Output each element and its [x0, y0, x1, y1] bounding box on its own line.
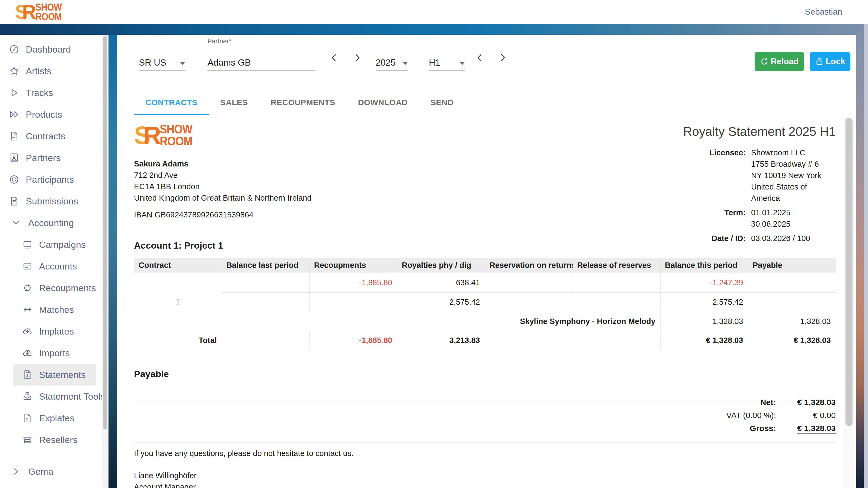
payable-cell: 1,328.03: [748, 312, 836, 331]
sidebar-item-products[interactable]: Products: [0, 104, 108, 125]
table-cell: [222, 331, 310, 350]
sidebar-item-dashboard[interactable]: Dashboard: [0, 38, 108, 60]
svg-text:x: x: [26, 417, 28, 421]
sidebar-section-label: Gema: [28, 466, 54, 477]
sidebar-item-statements[interactable]: $ Statements: [13, 364, 96, 386]
showroom-logo[interactable]: SR SHOWROOM: [15, 2, 66, 22]
tab-contracts[interactable]: CONTRACTS: [134, 90, 209, 115]
sr-logo-icon: SR: [134, 123, 158, 148]
recipient-street: 712 2nd Ave: [134, 169, 311, 181]
balance-this-period-cell: -1,247.39: [660, 273, 748, 293]
sidebar-item-artists[interactable]: Artists: [0, 60, 108, 82]
royalties-cell: 638.41: [397, 273, 485, 293]
background-gap-left: [108, 35, 117, 488]
sidebar-item-resellers[interactable]: Resellers: [0, 429, 108, 451]
chevron-down-icon: [403, 62, 408, 65]
sidebar-item-campaigns[interactable]: Campaigns: [0, 234, 108, 255]
app-window: SR SHOWROOM Sebastian Dashboard Artists …: [0, 0, 868, 488]
sidebar-item-label: Contracts: [26, 131, 65, 141]
catalog-select-value: SR US: [139, 58, 166, 68]
recipient-iban: IBAN GB69243789926631539864: [134, 209, 311, 220]
play-icon: [9, 88, 19, 98]
lock-icon: [815, 57, 824, 66]
licensee-label: Licensee:: [708, 147, 751, 204]
sidebar-item-statement-tools[interactable]: $ Statement Tools: [0, 386, 108, 407]
reload-button-label: Reload: [771, 57, 799, 66]
column-header: Reservation on returns: [485, 258, 572, 273]
sidebar-scrollbar: [102, 35, 108, 488]
sidebar-item-recoupments[interactable]: Recoupments: [0, 277, 108, 299]
year-select[interactable]: 2025: [376, 44, 408, 71]
sidebar-section-accounting[interactable]: Accounting: [0, 212, 108, 234]
payable-summary: Net: € 1,328.03 VAT (0.00 %): € 0.00 Gro…: [726, 396, 836, 435]
lock-button[interactable]: Lock: [810, 52, 850, 71]
total-recoupments-cell: -1,885.80: [310, 331, 397, 350]
logo-text: SHOWROOM: [160, 123, 192, 147]
previous-period-button[interactable]: [474, 52, 485, 64]
tab-sales[interactable]: SALES: [209, 90, 259, 115]
sidebar-item-submissions[interactable]: Submissions: [0, 190, 108, 212]
previous-partner-button[interactable]: [329, 52, 340, 64]
table-cell: [310, 293, 397, 312]
sidebar-scrollbar-thumb[interactable]: [103, 36, 107, 429]
sidebar-item-label: Submissions: [26, 196, 78, 206]
sidebar-item-partners[interactable]: Partners: [0, 147, 108, 169]
table-cell: [748, 273, 836, 293]
sidebar-item-participants[interactable]: Participants: [0, 169, 108, 190]
star-icon: [9, 66, 19, 76]
sidebar-item-matches[interactable]: Matches: [0, 299, 108, 321]
double-arrow-icon: [22, 304, 33, 315]
table-total-row: Total -1,885.80 3,213.83 € 1,328.03 € 1,…: [134, 331, 836, 350]
repeat-icon: [22, 283, 33, 293]
tab-divider: [117, 115, 856, 115]
invoice-icon: $: [22, 369, 33, 380]
recoupments-cell: -1,885.80: [310, 273, 397, 293]
svg-text:$: $: [26, 392, 29, 396]
table-header-row: Contract Balance last period Recoupments…: [134, 258, 836, 273]
tab-recoupments[interactable]: RECOUPMENTS: [259, 90, 347, 115]
table-row: 1 -1,885.80 638.41 -1,247.39: [134, 273, 836, 293]
recipient-name: Sakura Adams: [134, 158, 311, 169]
sidebar-item-label: Implates: [39, 326, 74, 337]
sidebar-item-label: Products: [26, 109, 62, 120]
partner-field[interactable]: Partner* Adams GB: [208, 37, 315, 71]
licensee-value: Showroom LLC 1755 Broadway # 6 NY 10019 …: [751, 147, 836, 204]
tab-send[interactable]: SEND: [419, 90, 465, 115]
content-scrollbar-thumb[interactable]: [845, 118, 852, 426]
catalog-select[interactable]: SR US: [139, 44, 186, 71]
date-id-value: 03.03.2026 / 100: [751, 233, 836, 244]
gross-value: € 1,328.03: [784, 422, 836, 435]
vat-label: VAT (0.00 %):: [726, 409, 784, 422]
next-partner-button[interactable]: [352, 52, 363, 64]
sidebar-item-label: Imports: [39, 348, 70, 358]
user-menu[interactable]: Sebastian: [805, 7, 842, 17]
sidebar-section-gema[interactable]: Gema: [0, 461, 108, 482]
tab-bar: CONTRACTS SALES RECOUPMENTS DOWNLOAD SEN…: [134, 90, 465, 115]
sidebar-item-accounts[interactable]: Accounts: [0, 255, 108, 277]
reload-button[interactable]: Reload: [755, 52, 804, 71]
background-gradient-strip: [0, 24, 868, 35]
recipient-city: EC1A 1BB London: [134, 181, 311, 192]
sidebar-item-implates[interactable]: Implates: [0, 321, 108, 342]
sidebar-item-label: Artists: [26, 66, 51, 76]
column-header: Balance this period: [660, 258, 748, 273]
content-scrollbar: [844, 115, 854, 488]
dashboard-icon: [9, 44, 19, 55]
table-cell: [572, 331, 660, 350]
table-cell: [572, 273, 660, 293]
column-header: Balance last period: [222, 258, 310, 273]
table-cell: [748, 293, 836, 312]
sidebar-item-label: Explates: [39, 413, 74, 423]
sidebar-item-label: Statement Tools: [39, 391, 105, 402]
period-select[interactable]: H1: [429, 44, 465, 71]
lock-button-label: Lock: [826, 57, 845, 66]
sidebar-item-tracks[interactable]: Tracks: [0, 82, 108, 104]
document-x-icon: x: [22, 413, 33, 423]
sidebar-item-explates[interactable]: x Explates: [0, 407, 108, 429]
tab-download[interactable]: DOWNLOAD: [347, 90, 419, 115]
sidebar-item-contracts[interactable]: Contracts: [0, 125, 108, 147]
sidebar-item-imports[interactable]: Imports: [0, 342, 108, 364]
column-header: Royalties phy / dig: [397, 258, 485, 273]
next-period-button[interactable]: [497, 52, 508, 64]
page-scrollbar[interactable]: [864, 24, 868, 488]
